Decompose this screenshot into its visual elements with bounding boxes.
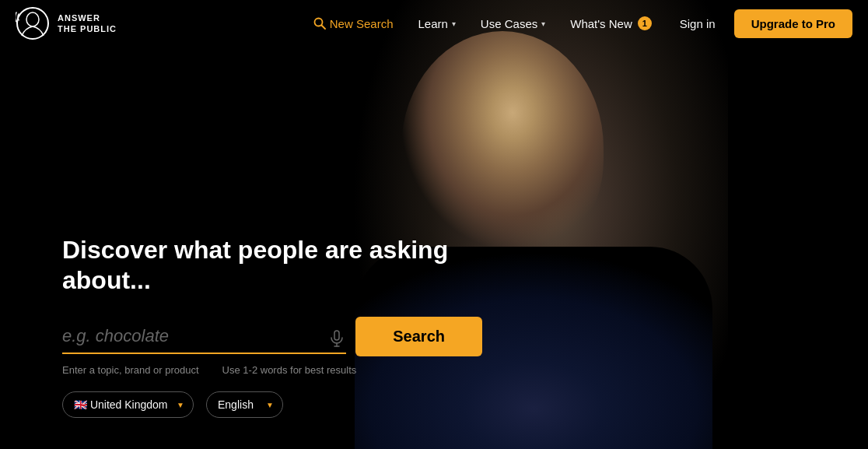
search-input[interactable] bbox=[62, 320, 346, 354]
search-icon bbox=[313, 17, 326, 30]
language-dropdown[interactable]: English French German bbox=[206, 391, 283, 418]
new-search-nav-item[interactable]: New Search bbox=[304, 11, 403, 37]
nav-links: New Search Learn ▾ Use Cases ▾ What's Ne… bbox=[304, 9, 852, 38]
logo[interactable]: ANSWER THE PUBLIC bbox=[16, 6, 117, 40]
svg-line-3 bbox=[321, 26, 325, 30]
country-dropdown[interactable]: 🇬🇧 United Kingdom 🇺🇸 United States 🇦🇺 Au… bbox=[62, 391, 194, 418]
search-hint-1: Enter a topic, brand or product bbox=[62, 364, 199, 376]
hero-content: Discover what people are asking about...… bbox=[0, 235, 544, 418]
learn-nav-item[interactable]: Learn ▾ bbox=[408, 11, 464, 37]
logo-text: ANSWER THE PUBLIC bbox=[58, 12, 117, 35]
logo-icon bbox=[16, 6, 50, 40]
signin-button[interactable]: Sign in bbox=[667, 11, 728, 37]
use-cases-nav-item[interactable]: Use Cases ▾ bbox=[471, 11, 555, 37]
search-row: Search bbox=[62, 317, 482, 356]
learn-dropdown-arrow: ▾ bbox=[452, 19, 456, 28]
search-hint-2: Use 1-2 words for best results bbox=[222, 364, 357, 376]
svg-rect-4 bbox=[334, 331, 339, 340]
search-button[interactable]: Search bbox=[355, 317, 482, 356]
language-dropdown-wrapper: English French German bbox=[206, 391, 283, 418]
dropdowns-row: 🇬🇧 United Kingdom 🇺🇸 United States 🇦🇺 Au… bbox=[62, 391, 482, 418]
search-hints: Enter a topic, brand or product Use 1-2 … bbox=[62, 364, 482, 376]
svg-point-1 bbox=[26, 12, 39, 26]
hero-headline: Discover what people are asking about... bbox=[62, 235, 482, 295]
navbar: ANSWER THE PUBLIC New Search Learn ▾ Use… bbox=[0, 0, 868, 47]
upgrade-to-pro-button[interactable]: Upgrade to Pro bbox=[734, 9, 852, 38]
country-dropdown-wrapper: 🇬🇧 United Kingdom 🇺🇸 United States 🇦🇺 Au… bbox=[62, 391, 194, 418]
use-cases-dropdown-arrow: ▾ bbox=[541, 19, 545, 28]
whats-new-badge: 1 bbox=[638, 16, 652, 30]
microphone-icon[interactable] bbox=[327, 329, 346, 348]
whats-new-nav-item[interactable]: What's New 1 bbox=[561, 10, 661, 37]
search-input-wrapper bbox=[62, 320, 346, 354]
